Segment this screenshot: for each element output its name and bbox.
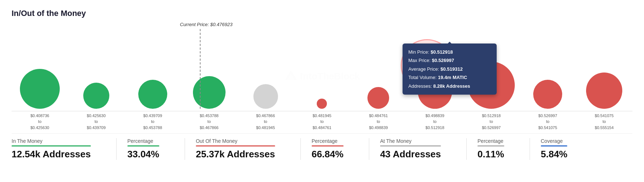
stat-sep-1 (185, 138, 185, 160)
price-from-4: $0.467866 (256, 113, 275, 119)
price-to-word-4: to (264, 119, 267, 125)
bubble-5[interactable] (317, 99, 327, 109)
price-to-7: $0.512918 (425, 125, 444, 131)
price-to-9: $0.541075 (538, 125, 557, 131)
bubble-col-4 (237, 36, 294, 109)
bubbles-row (12, 36, 632, 109)
price-to-5: $0.484761 (312, 125, 331, 131)
price-to-1: $0.439709 (87, 125, 106, 131)
stat-underline-6 (541, 145, 568, 146)
price-to-word-10: to (602, 119, 606, 125)
bubble-2[interactable] (138, 80, 167, 109)
price-to-2: $0.453788 (143, 125, 162, 131)
bubble-6[interactable] (367, 87, 389, 109)
bubble-col-6 (350, 36, 407, 109)
stat-label-6: Coverage (541, 138, 568, 144)
stat-block-5: Percentage0.11% (477, 138, 519, 160)
price-to-8: $0.526997 (482, 125, 501, 131)
price-label-col-2: $0.439709to$0.453788 (125, 111, 181, 131)
stat-sep-2 (300, 138, 301, 160)
stat-label-5: Percentage (477, 138, 504, 144)
stat-block-2: Out Of The Money25.37k Addresses (196, 138, 290, 160)
bubble-col-10 (576, 36, 632, 109)
price-to-word-5: to (320, 119, 324, 125)
bubble-9[interactable] (533, 80, 562, 109)
price-labels-row: $0.408736to$0.425630$0.425630to$0.439709… (12, 111, 632, 131)
bubble-0[interactable] (20, 69, 60, 109)
price-from-7: $0.498839 (425, 113, 444, 119)
price-to-word-0: to (38, 119, 41, 125)
price-label-col-10: $0.541075to$0.555154 (576, 111, 632, 131)
stat-sep-3 (369, 138, 369, 160)
price-from-6: $0.484761 (369, 113, 388, 119)
stat-label-4: At The Money (380, 138, 441, 144)
stat-label-3: Percentage (312, 138, 344, 144)
bubble-3[interactable] (193, 76, 226, 109)
stat-block-1: Percentage33.04% (127, 138, 174, 160)
stat-underline-2 (196, 145, 275, 146)
bubble-col-3 (181, 36, 237, 109)
price-from-3: $0.453788 (200, 113, 219, 119)
bubble-col-9 (519, 36, 576, 109)
stat-label-0: In The Money (12, 138, 91, 144)
price-to-word-9: to (546, 119, 550, 125)
bubble-1[interactable] (83, 83, 109, 109)
tooltip-avg-price: Average Price: $0.519312 (408, 65, 491, 73)
stat-value-4: 43 Addresses (380, 149, 441, 160)
price-label-col-4: $0.467866to$0.481945 (237, 111, 294, 131)
bubble-4[interactable] (253, 84, 278, 109)
price-label-col-6: $0.484761to$0.498839 (350, 111, 407, 131)
price-to-word-7: to (433, 119, 437, 125)
price-to-word-1: to (94, 119, 98, 125)
price-to-word-8: to (490, 119, 493, 125)
stat-label-2: Out Of The Money (196, 138, 275, 144)
price-from-1: $0.425630 (87, 113, 106, 119)
stat-block-6: Coverage5.84% (541, 138, 582, 160)
price-from-10: $0.541075 (595, 113, 614, 119)
price-to-word-2: to (151, 119, 154, 125)
price-label-col-8: $0.512918to$0.526997 (463, 111, 519, 131)
price-to-4: $0.481945 (256, 125, 275, 131)
price-to-6: $0.498839 (369, 125, 388, 131)
stat-underline-4 (380, 145, 441, 146)
price-from-9: $0.526997 (538, 113, 557, 119)
price-from-2: $0.439709 (143, 113, 162, 119)
price-from-5: $0.481945 (312, 113, 331, 119)
bubble-col-5 (294, 36, 350, 109)
stat-underline-0 (12, 145, 91, 146)
stat-value-2: 25.37k Addresses (196, 149, 275, 160)
current-price-line (200, 29, 201, 109)
bubble-col-1 (68, 36, 125, 109)
stat-value-0: 12.54k Addresses (12, 149, 91, 160)
price-from-8: $0.512918 (482, 113, 501, 119)
price-to-word-6: to (377, 119, 380, 125)
price-label-col-1: $0.425630to$0.439709 (68, 111, 125, 131)
price-label-col-3: $0.453788to$0.467866 (181, 111, 237, 131)
current-price-label: Current Price: $0.476923 (180, 22, 232, 27)
stat-sep-5 (530, 138, 530, 160)
tooltip-addresses: Addresses: 8.28k Addresses (408, 82, 491, 90)
price-to-10: $0.555154 (595, 125, 614, 131)
stat-value-5: 0.11% (477, 149, 504, 160)
price-from-0: $0.408736 (30, 113, 49, 119)
bubble-10[interactable] (586, 73, 622, 109)
stat-underline-1 (127, 145, 159, 146)
price-to-3: $0.467866 (200, 125, 219, 131)
price-label-col-5: $0.481945to$0.484761 (294, 111, 350, 131)
price-label-col-7: $0.498839to$0.512918 (407, 111, 463, 131)
price-to-word-3: to (207, 119, 211, 125)
chart-area: Current Price: $0.476923 IntoTheBlock Mi… (12, 22, 632, 131)
stat-label-1: Percentage (127, 138, 159, 144)
stat-sep-4 (466, 138, 467, 160)
stat-block-4: At The Money43 Addresses (380, 138, 455, 160)
stat-sep-0 (116, 138, 117, 160)
stat-block-0: In The Money12.54k Addresses (12, 138, 105, 160)
stat-value-1: 33.04% (127, 149, 159, 160)
tooltip: Min Price: $0.512918 Max Price: $0.52699… (403, 44, 497, 95)
stat-underline-3 (312, 145, 344, 146)
stats-row: In The Money12.54k AddressesPercentage33… (12, 133, 632, 160)
chart-title: In/Out of the Money (12, 9, 632, 18)
tooltip-min-price: Min Price: $0.512918 (408, 48, 491, 56)
price-label-col-0: $0.408736to$0.425630 (12, 111, 68, 131)
main-container: In/Out of the Money Current Price: $0.47… (0, 0, 644, 182)
